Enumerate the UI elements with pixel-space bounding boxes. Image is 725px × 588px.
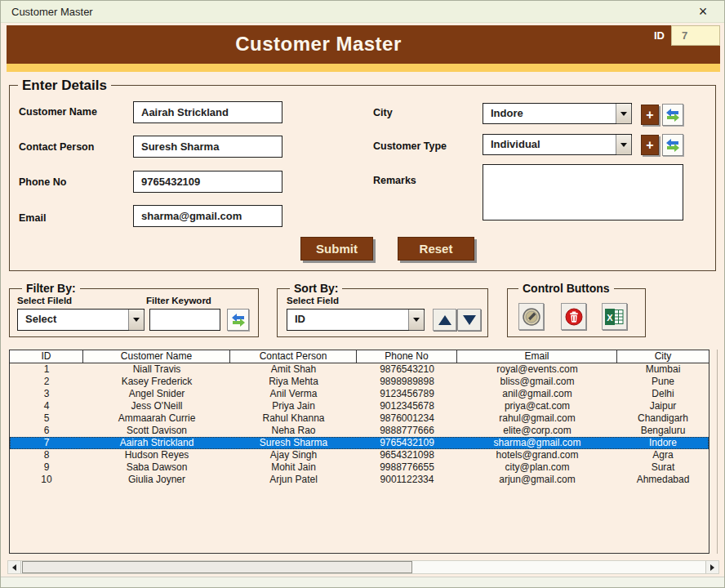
table-row[interactable]: 3Angel Snider Anil Verma9123456789 anil@… xyxy=(10,388,709,400)
edit-button[interactable] xyxy=(518,303,544,330)
city-value: Indore xyxy=(491,107,523,119)
delete-button[interactable] xyxy=(561,303,586,330)
customer-type-combobox[interactable]: Individual xyxy=(483,134,632,155)
sort-ascending-button[interactable] xyxy=(433,309,456,331)
swap-arrows-icon xyxy=(665,107,681,123)
refresh-city-button[interactable] xyxy=(662,104,683,126)
phone-no-input[interactable] xyxy=(133,171,282,193)
export-excel-button[interactable]: X xyxy=(602,303,627,330)
triangle-up-icon xyxy=(438,315,451,325)
table-row[interactable]: 5Ammaarah Currie Rahul Khanna9876001234 … xyxy=(10,412,709,425)
table-row[interactable]: 1Niall Travis Amit Shah9876543210 royal@… xyxy=(10,363,709,376)
add-city-button[interactable]: + xyxy=(641,105,659,125)
city-label: City xyxy=(373,107,393,118)
apply-filter-button[interactable] xyxy=(227,309,249,331)
sort-field-label: Select Field xyxy=(287,296,339,305)
filter-field-dropdown-button[interactable] xyxy=(128,310,144,330)
sort-field-dropdown-button[interactable] xyxy=(408,310,424,330)
filter-field-value: Select xyxy=(25,313,56,325)
email-label: Email xyxy=(19,212,46,224)
titlebar: Customer Master × xyxy=(1,1,724,23)
triangle-down-icon xyxy=(463,315,476,325)
chevron-down-icon xyxy=(413,318,420,322)
svg-text:X: X xyxy=(607,312,613,322)
contact-person-input[interactable] xyxy=(133,136,282,158)
table-row[interactable]: 6Scott Davison Neha Rao9888777666 elite@… xyxy=(10,425,709,437)
customer-name-input[interactable] xyxy=(133,101,282,123)
filter-field-label: Select FiIeld xyxy=(17,296,72,305)
customer-type-label: Customer Type xyxy=(373,140,447,152)
sort-field-value: ID xyxy=(295,313,305,325)
customer-type-dropdown-button[interactable] xyxy=(616,135,631,154)
table-header-row: ID Customer Name Contact Person Phone No… xyxy=(10,350,709,363)
window-bottom-edge xyxy=(1,577,724,588)
email-input[interactable] xyxy=(133,205,282,227)
customer-master-window: Customer Master × Customer Master ID 7 E… xyxy=(0,0,725,588)
swap-arrows-icon xyxy=(665,137,681,154)
swap-arrows-icon xyxy=(230,312,247,328)
excel-icon: X xyxy=(604,307,625,327)
phone-no-label: Phone No xyxy=(19,176,66,188)
chevron-down-icon xyxy=(620,112,627,116)
scrollbar-thumb[interactable] xyxy=(22,561,412,573)
triangle-left-icon xyxy=(12,564,16,571)
table-body: 1Niall Travis Amit Shah9876543210 royal@… xyxy=(10,363,709,486)
add-customer-type-button[interactable]: + xyxy=(641,135,659,155)
remarks-label: Remarks xyxy=(373,175,416,186)
window-title: Customer Master xyxy=(11,6,93,18)
sort-field-combobox[interactable]: ID xyxy=(287,309,425,331)
city-combobox[interactable]: Indore xyxy=(483,103,632,124)
sort-by-caption: Sort By: xyxy=(290,282,342,295)
enter-details-caption: Enter Details xyxy=(18,78,111,94)
customer-table[interactable]: ID Customer Name Contact Person Phone No… xyxy=(9,350,709,554)
header-banner: Customer Master ID 7 xyxy=(7,25,720,64)
control-buttons-caption: Control Buttons xyxy=(518,282,614,295)
horizontal-scrollbar[interactable] xyxy=(7,560,719,574)
col-header-city[interactable]: City xyxy=(617,350,709,363)
chevron-down-icon xyxy=(620,143,627,147)
table-row[interactable]: 4Jess O'Neill Priya Jain9012345678 priya… xyxy=(10,400,709,412)
table-row[interactable]: 10Giulia Joyner Arjun Patel9001122334 ar… xyxy=(10,474,709,486)
submit-button[interactable]: Submit xyxy=(300,237,373,261)
sort-descending-button[interactable] xyxy=(457,309,481,331)
table-row[interactable]: 9Saba Dawson Mohit Jain9988776655 city@p… xyxy=(10,461,709,474)
col-header-id[interactable]: ID xyxy=(10,350,83,363)
col-header-customer-name[interactable]: Customer Name xyxy=(83,350,230,363)
scroll-right-button[interactable] xyxy=(705,561,718,573)
pencil-icon xyxy=(522,307,541,327)
col-header-contact-person[interactable]: Contact Person xyxy=(230,350,357,363)
id-label: ID xyxy=(654,29,665,42)
accent-strip xyxy=(7,64,720,72)
contact-person-label: Contact Person xyxy=(19,141,94,153)
close-icon[interactable]: × xyxy=(693,2,713,20)
filter-by-caption: Filter By: xyxy=(22,282,80,295)
table-row[interactable]: 8Hudson Reyes Ajay Singh9654321098 hotel… xyxy=(10,449,709,461)
page-title: Customer Master xyxy=(7,33,720,56)
filter-field-combobox[interactable]: Select xyxy=(17,309,145,331)
city-dropdown-button[interactable] xyxy=(616,104,631,123)
col-header-phone-no[interactable]: Phone No xyxy=(357,350,457,363)
filter-keyword-label: Filter Keyword xyxy=(146,296,211,305)
id-field: 7 xyxy=(671,25,720,46)
triangle-right-icon xyxy=(710,564,714,571)
table-row[interactable]: 2Kasey Frederick Riya Mehta9898989898 bl… xyxy=(10,376,709,388)
refresh-customer-type-button[interactable] xyxy=(662,134,683,156)
chevron-down-icon xyxy=(133,318,140,322)
table-right-edge xyxy=(717,350,718,554)
reset-button[interactable]: Reset xyxy=(398,237,474,261)
customer-name-label: Customer Name xyxy=(19,106,97,118)
customer-type-value: Individual xyxy=(491,138,540,150)
scroll-left-button[interactable] xyxy=(8,561,21,573)
filter-keyword-input[interactable] xyxy=(149,309,220,331)
remarks-textarea[interactable] xyxy=(483,164,683,220)
col-header-email[interactable]: Email xyxy=(457,350,617,363)
table-row[interactable]: 7Aairah Strickland Suresh Sharma97654321… xyxy=(10,437,709,449)
trash-icon xyxy=(564,307,584,327)
